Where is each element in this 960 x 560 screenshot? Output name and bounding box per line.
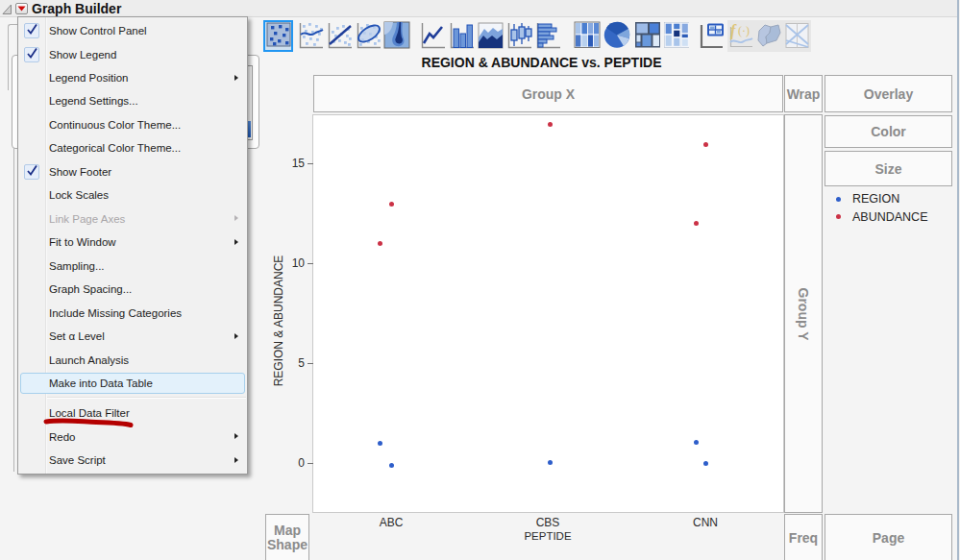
svg-text:f: f	[730, 22, 737, 39]
svg-text:(·): (·)	[738, 24, 750, 37]
